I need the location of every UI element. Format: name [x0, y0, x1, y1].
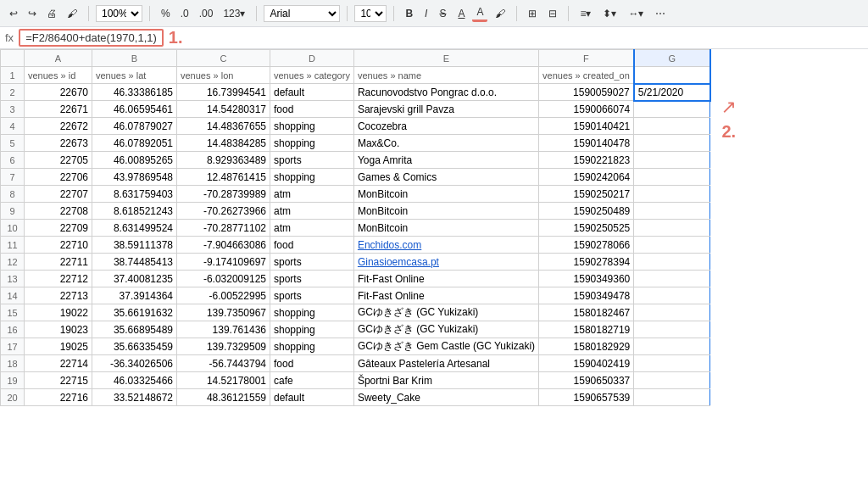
cell-19-a[interactable]: 22715 [25, 372, 92, 389]
col-header-f[interactable]: F [539, 50, 634, 67]
cell-18-c[interactable]: -56.7443794 [177, 355, 270, 372]
cell-16-b[interactable]: 35.66895489 [92, 321, 177, 338]
cell-1f[interactable]: venues » created_on [539, 67, 634, 84]
cell-13-b[interactable]: 37.40081235 [92, 271, 177, 287]
cell-16-a[interactable]: 19023 [25, 321, 92, 338]
cell-15-d[interactable]: shopping [270, 304, 354, 321]
col-header-d[interactable]: D [270, 50, 354, 67]
cell-18-f[interactable]: 1590402419 [539, 355, 634, 372]
cell-14-e[interactable]: Fit-Fast Online [353, 287, 538, 304]
cell-7-a[interactable]: 22706 [25, 169, 92, 186]
toolbar-merge-btn[interactable]: ⊟ [544, 6, 561, 21]
cell-3-e[interactable]: Sarajevski grill Pavza [353, 101, 538, 118]
cell-20-e[interactable]: Sweety_Cake [353, 389, 538, 406]
cell-16-e[interactable]: GCゆきざき (GC Yukizaki) [353, 321, 538, 338]
cell-6-g[interactable] [634, 152, 710, 169]
cell-10-g[interactable] [634, 220, 710, 237]
cell-8-f[interactable]: 1590250217 [539, 186, 634, 203]
cell-1a[interactable]: venues » id [25, 67, 92, 84]
cell-6-c[interactable]: 8.929363489 [177, 152, 270, 169]
cell-3-c[interactable]: 14.54280317 [177, 101, 270, 118]
cell-19-b[interactable]: 46.03325466 [92, 372, 177, 389]
toolbar-strikethrough-btn[interactable]: S [435, 6, 450, 21]
cell-19-d[interactable]: cafe [270, 372, 354, 389]
cell-15-g[interactable] [634, 304, 710, 321]
cell-20-g[interactable] [634, 389, 710, 406]
cell-12-e[interactable]: Ginasioemcasa.pt [353, 254, 538, 271]
toolbar-format-more-btn[interactable]: 123▾ [219, 6, 249, 21]
cell-20-a[interactable]: 22716 [25, 389, 92, 406]
cell-9-g[interactable] [634, 203, 710, 220]
cell-14-f[interactable]: 1590349478 [539, 287, 634, 304]
cell-10-a[interactable]: 22709 [25, 220, 92, 237]
cell-6-b[interactable]: 46.00895265 [92, 152, 177, 169]
toolbar-italic-btn[interactable]: I [420, 6, 431, 21]
col-header-a[interactable]: A [25, 50, 92, 67]
cell-2-e[interactable]: Racunovodstvo Pongrac d.o.o. [353, 84, 538, 101]
toolbar-borders-btn[interactable]: ⊞ [524, 6, 541, 21]
cell-20-d[interactable]: default [270, 389, 354, 406]
cell-6-e[interactable]: Yoga Amrita [353, 152, 538, 169]
cell-4-e[interactable]: Cocozebra [353, 118, 538, 135]
toolbar-percent-btn[interactable]: % [157, 6, 175, 21]
toolbar-bold-btn[interactable]: B [401, 6, 417, 21]
cell-8-e[interactable]: MonBitcoin [353, 186, 538, 203]
cell-15-e[interactable]: GCゆきざき (GC Yukizaki) [353, 304, 538, 321]
cell-7-e[interactable]: Games & Comics [353, 169, 538, 186]
cell-12-a[interactable]: 22711 [25, 254, 92, 271]
cell-9-c[interactable]: -70.26273966 [177, 203, 270, 220]
cell-1d[interactable]: venues » category [270, 67, 354, 84]
cell-2-g[interactable]: 5/21/2020 [634, 84, 710, 101]
font-size-select[interactable]: 10 [354, 5, 387, 22]
cell-7-g[interactable] [634, 169, 710, 186]
cell-4-d[interactable]: shopping [270, 118, 354, 135]
cell-11-f[interactable]: 1590278066 [539, 237, 634, 254]
cell-7-b[interactable]: 43.97869548 [92, 169, 177, 186]
cell-3-g[interactable] [634, 101, 710, 118]
cell-6-a[interactable]: 22705 [25, 152, 92, 169]
cell-13-c[interactable]: -6.032009125 [177, 271, 270, 287]
cell-6-f[interactable]: 1590221823 [539, 152, 634, 169]
cell-11-d[interactable]: food [270, 237, 354, 254]
cell-12-d[interactable]: sports [270, 254, 354, 271]
cell-19-c[interactable]: 14.52178001 [177, 372, 270, 389]
cell-17-d[interactable]: shopping [270, 338, 354, 355]
cell-15-a[interactable]: 19022 [25, 304, 92, 321]
cell-16-f[interactable]: 1580182719 [539, 321, 634, 338]
cell-3-a[interactable]: 22671 [25, 101, 92, 118]
cell-12-f[interactable]: 1590278394 [539, 254, 634, 271]
cell-14-a[interactable]: 22713 [25, 287, 92, 304]
cell-16-d[interactable]: shopping [270, 321, 354, 338]
col-header-g[interactable]: G [634, 50, 710, 67]
cell-7-c[interactable]: 12.48761415 [177, 169, 270, 186]
cell-13-d[interactable]: sports [270, 271, 354, 287]
cell-11-b[interactable]: 38.59111378 [92, 237, 177, 254]
cell-19-g[interactable] [634, 372, 710, 389]
toolbar-valign-btn[interactable]: ⬍▾ [598, 6, 620, 21]
cell-5-g[interactable] [634, 135, 710, 152]
cell-18-b[interactable]: -36.34026506 [92, 355, 177, 372]
cell-1e[interactable]: venues » name [353, 67, 538, 84]
cell-17-e[interactable]: GCゆきざき Gem Castle (GC Yukizaki) [353, 338, 538, 355]
cell-7-f[interactable]: 1590242064 [539, 169, 634, 186]
cell-5-f[interactable]: 1590140478 [539, 135, 634, 152]
cell-5-d[interactable]: shopping [270, 135, 354, 152]
cell-18-d[interactable]: food [270, 355, 354, 372]
cell-20-f[interactable]: 1590657539 [539, 389, 634, 406]
col-header-b[interactable]: B [92, 50, 177, 67]
cell-1c[interactable]: venues » lon [177, 67, 270, 84]
cell-17-g[interactable] [634, 338, 710, 355]
toolbar-more-btn[interactable]: ⋯ [651, 6, 670, 21]
cell-10-c[interactable]: -70.28771102 [177, 220, 270, 237]
cell-11-e[interactable]: Enchidos.com [353, 237, 538, 254]
cell-6-d[interactable]: sports [270, 152, 354, 169]
cell-3-f[interactable]: 1590066074 [539, 101, 634, 118]
cell-11-g[interactable] [634, 237, 710, 254]
col-header-e[interactable]: E [353, 50, 538, 67]
cell-11-c[interactable]: -7.904663086 [177, 237, 270, 254]
cell-14-g[interactable] [634, 287, 710, 304]
cell-8-g[interactable] [634, 186, 710, 203]
cell-7-d[interactable]: shopping [270, 169, 354, 186]
cell-18-e[interactable]: Gâteaux Pastelería Artesanal [353, 355, 538, 372]
cell-2-d[interactable]: default [270, 84, 354, 101]
